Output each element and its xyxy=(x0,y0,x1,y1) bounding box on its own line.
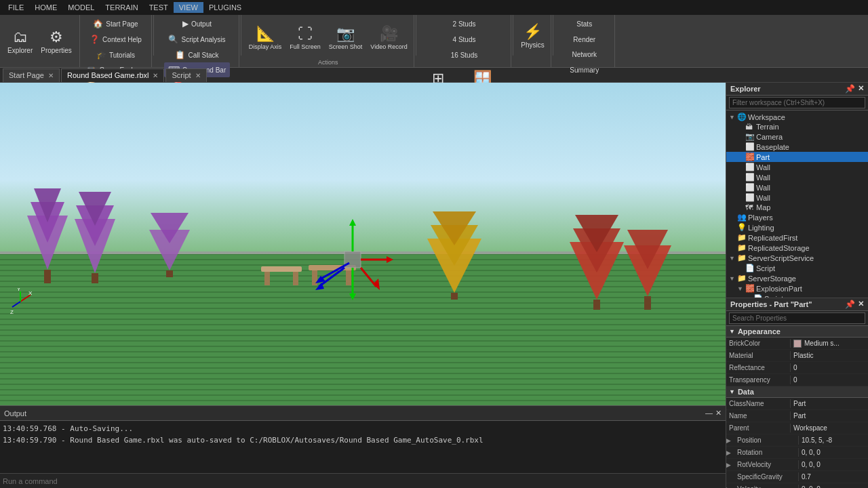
wall-4-icon: ⬜ xyxy=(745,193,755,202)
tree-item-camera[interactable]: 📷 Camera xyxy=(726,131,868,142)
render-button[interactable]: Render xyxy=(557,32,612,47)
stats-button[interactable]: Stats xyxy=(557,16,612,31)
prop-classname: ClassName Part xyxy=(726,398,868,410)
actions-label: Actions xyxy=(318,59,338,66)
context-help-button[interactable]: ❓ Context Help xyxy=(86,32,145,47)
tutorials-button[interactable]: 🎓 Tutorials xyxy=(86,47,145,62)
tree-item-workspace[interactable]: ▼ 🌐 Workspace xyxy=(726,112,868,122)
full-screen-button[interactable]: ⛶ Full Screen xyxy=(286,18,324,58)
menu-view[interactable]: VIEW xyxy=(174,2,203,13)
call-stack-icon: 📋 xyxy=(175,50,185,60)
properties-search-input[interactable] xyxy=(729,312,865,324)
viewport[interactable]: Z Y X Output — ✕ 13:40:59.768 - Auto-Sav… xyxy=(0,83,726,488)
svg-rect-14 xyxy=(451,293,458,300)
output-minimize-button[interactable]: — xyxy=(705,409,713,418)
tab-close-script[interactable]: ✕ xyxy=(195,72,201,79)
properties-toggle-button[interactable]: ⚙ Properties xyxy=(37,22,75,61)
svg-marker-40 xyxy=(373,279,380,290)
summary-button[interactable]: Summary xyxy=(557,62,612,77)
output-content: 13:40:59.768 - Auto-Saving... 13:40:59.7… xyxy=(0,421,726,449)
server-script-service-icon: 📁 xyxy=(737,253,747,262)
toolbar-group-model: ▶ Output 🔍 Script Analysis 📋 Call Stack … xyxy=(155,15,239,67)
video-record-button[interactable]: 🎥 Video Record xyxy=(367,18,410,58)
svg-text:Y: Y xyxy=(17,288,21,292)
properties-search-area xyxy=(726,311,868,326)
properties-label: Properties xyxy=(41,47,72,54)
tree-item-map[interactable]: 🗺 Map xyxy=(726,203,868,212)
call-stack-button[interactable]: 📋 Call Stack xyxy=(165,47,229,62)
explosion-part-icon: 🧱 xyxy=(745,284,755,293)
tree-item-part[interactable]: 🧱 Part xyxy=(726,152,868,162)
tab-close-start[interactable]: ✕ xyxy=(48,72,54,79)
display-axis-button[interactable]: 📐 Display Axis xyxy=(245,18,285,58)
explorer-icon: 🗂 xyxy=(13,28,28,46)
command-input[interactable] xyxy=(3,477,723,485)
explorer-label: Explorer xyxy=(7,47,33,54)
brick-color-swatch xyxy=(793,340,802,348)
2-studs-button[interactable]: 2 Studs xyxy=(437,16,492,31)
prop-rot-velocity: ▶ RotVelocity 0, 0, 0 xyxy=(726,459,868,471)
explorer-title: Explorer 📌 ✕ xyxy=(726,83,868,96)
menu-test[interactable]: TEST xyxy=(144,2,174,13)
tree-item-wall-2[interactable]: ⬜ Wall xyxy=(726,172,868,182)
physics-button[interactable]: ⚡ Physics xyxy=(517,16,547,56)
prop-brick-color: BrickColor Medium s... xyxy=(726,338,868,350)
tree-item-replicated-first[interactable]: 📁 ReplicatedFirst xyxy=(726,232,868,243)
properties-icon: ⚙ xyxy=(50,28,63,46)
tab-script[interactable]: Script ✕ xyxy=(165,68,206,82)
tree-item-server-script-service[interactable]: ▼ 📁 ServerScriptService xyxy=(726,253,868,263)
network-button[interactable]: Network xyxy=(557,47,612,62)
toolbar-group-view: 📐 Display Axis ⛶ Full Screen 📷 Screen Sh… xyxy=(243,15,414,67)
tab-close-game[interactable]: ✕ xyxy=(153,72,158,79)
properties-close-icon[interactable]: ✕ xyxy=(858,300,864,309)
baseplate-icon: ⬜ xyxy=(745,142,755,151)
tree-item-baseplate[interactable]: ⬜ Baseplate xyxy=(726,142,868,152)
properties-pin-icon[interactable]: 📌 xyxy=(845,300,855,309)
appearance-section-header[interactable]: ▼ Appearance xyxy=(726,326,868,338)
explorer-pin-icon[interactable]: 📌 xyxy=(845,84,855,94)
tree-item-wall-3[interactable]: ⬜ Wall xyxy=(726,182,868,192)
explorer-tree[interactable]: ▼ 🌐 Workspace 🏔 Terrain 📷 Camera xyxy=(726,110,868,298)
output-button[interactable]: ▶ Output xyxy=(165,16,229,31)
tree-item-lighting[interactable]: 💡 Lighting xyxy=(726,222,868,232)
screen-shot-button[interactable]: 📷 Screen Shot xyxy=(326,18,366,58)
tree-item-terrain[interactable]: 🏔 Terrain xyxy=(726,122,868,131)
svg-rect-3 xyxy=(44,270,51,283)
tab-round-based-game[interactable]: Round Based Game.rbxl ✕ xyxy=(61,68,164,82)
menu-terrain[interactable]: TERRAIN xyxy=(100,2,143,13)
script-analysis-button[interactable]: 🔍 Script Analysis xyxy=(165,32,229,47)
4-studs-button[interactable]: 4 Studs xyxy=(437,32,492,47)
output-close-button[interactable]: ✕ xyxy=(715,409,722,418)
explorer-search-input[interactable] xyxy=(729,97,865,108)
tree-item-script-1[interactable]: 📄 Script xyxy=(726,263,868,273)
context-help-icon: ❓ xyxy=(90,35,100,44)
video-record-icon: 🎥 xyxy=(380,25,398,43)
svg-rect-21 xyxy=(644,296,651,310)
explorer-close-icon[interactable]: ✕ xyxy=(858,84,864,94)
prop-name: Name Part xyxy=(726,410,868,422)
tab-start-page[interactable]: Start Page ✕ xyxy=(3,68,60,82)
lighting-icon: 💡 xyxy=(737,223,747,232)
tree-item-script-2[interactable]: 📄 Script xyxy=(726,293,868,298)
svg-line-33 xyxy=(319,263,349,280)
tree-item-replicated-storage[interactable]: 📁 ReplicatedStorage xyxy=(726,243,868,253)
output-title: Output xyxy=(4,409,26,418)
script-1-icon: 📄 xyxy=(745,264,755,272)
tree-item-wall-4[interactable]: ⬜ Wall xyxy=(726,192,868,203)
data-section-header[interactable]: ▼ Data xyxy=(726,386,868,398)
tree-item-explosion-part[interactable]: ▼ 🧱 ExplosionPart xyxy=(726,283,868,293)
tree-item-wall-1[interactable]: ⬜ Wall xyxy=(726,162,868,172)
tree-item-server-storage[interactable]: ▼ 📁 ServerStorage xyxy=(726,273,868,283)
appearance-arrow: ▼ xyxy=(729,328,735,335)
map-icon: 🗺 xyxy=(745,203,755,211)
16-studs-button[interactable]: 16 Studs xyxy=(437,47,492,62)
menu-home[interactable]: HOME xyxy=(29,2,62,13)
menu-bar: FILE HOME MODEL TERRAIN TEST VIEW PLUGIN… xyxy=(0,0,868,15)
explorer-toggle-button[interactable]: 🗂 Explorer xyxy=(4,22,36,61)
data-arrow: ▼ xyxy=(729,388,735,395)
menu-file[interactable]: FILE xyxy=(3,2,29,13)
menu-model[interactable]: MODEL xyxy=(62,2,100,13)
tree-item-players[interactable]: 👥 Players xyxy=(726,212,868,222)
start-page-button[interactable]: 🏠 Start Page xyxy=(86,16,145,31)
menu-plugins[interactable]: PLUGINS xyxy=(203,2,247,13)
